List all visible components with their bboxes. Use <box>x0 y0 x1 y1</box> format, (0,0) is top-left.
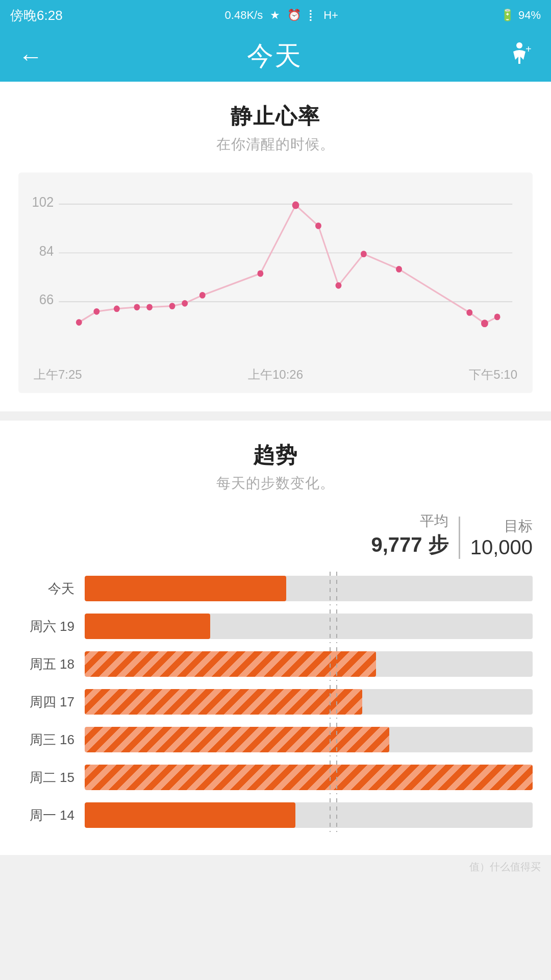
bar-row[interactable]: 周六 19 <box>18 612 533 641</box>
avg-value: 9,777 步 <box>371 531 448 559</box>
bar-chart: 今天周六 19周五 18周四 17周三 16周二 15周一 14 <box>18 574 533 829</box>
add-activity-button[interactable]: + <box>506 40 533 72</box>
bar-track <box>85 727 533 752</box>
chart-time-mid: 上午10:26 <box>248 366 303 383</box>
watermark: 值）什么值得买 <box>0 855 551 879</box>
target-label: 目标 <box>470 517 533 536</box>
svg-point-12 <box>146 304 153 310</box>
bar-track-wrapper <box>85 802 533 828</box>
svg-point-18 <box>315 223 321 229</box>
bar-row[interactable]: 今天 <box>18 574 533 603</box>
status-battery: 🔋 94% <box>500 9 541 22</box>
svg-point-16 <box>257 271 263 277</box>
avg-vline <box>330 761 331 794</box>
svg-point-10 <box>114 306 120 312</box>
svg-point-20 <box>361 251 367 257</box>
avg-vline <box>330 798 331 832</box>
bar-fill <box>85 614 210 639</box>
target-vline <box>336 798 337 832</box>
target-vline <box>336 685 337 719</box>
chart-time-start: 上午7:25 <box>34 366 82 383</box>
chart-time-end: 下午5:10 <box>469 366 517 383</box>
svg-point-11 <box>134 304 140 310</box>
bar-label: 周五 18 <box>18 655 85 673</box>
target-vline <box>336 761 337 794</box>
bar-track <box>85 651 533 677</box>
svg-text:66: 66 <box>39 292 54 308</box>
svg-point-15 <box>199 292 206 299</box>
svg-point-22 <box>466 309 472 316</box>
bar-chart-wrapper: 今天周六 19周五 18周四 17周三 16周二 15周一 14 <box>18 574 533 829</box>
trend-card: 趋势 每天的步数变化。 平均 9,777 步 目标 10,000 今天周六 19… <box>0 421 551 855</box>
bar-track <box>85 765 533 790</box>
svg-point-9 <box>93 308 99 315</box>
bar-track-wrapper <box>85 765 533 790</box>
bar-row[interactable]: 周二 15 <box>18 763 533 792</box>
trend-title: 趋势 <box>18 441 533 470</box>
main-content: 静止心率 在你清醒的时候。 102 84 66 <box>0 82 551 879</box>
svg-point-14 <box>182 300 188 307</box>
chart-time-labels: 上午7:25 上午10:26 下午5:10 <box>29 361 522 383</box>
bar-label: 周六 19 <box>18 618 85 635</box>
bar-track <box>85 614 533 639</box>
svg-point-0 <box>516 42 522 48</box>
target-vline <box>336 609 337 643</box>
battery-icon: 🔋 <box>500 9 514 22</box>
bar-row[interactable]: 周四 17 <box>18 688 533 716</box>
svg-point-17 <box>292 202 299 209</box>
avg-vline <box>330 609 331 643</box>
svg-point-8 <box>76 319 82 326</box>
svg-point-23 <box>481 320 488 327</box>
bar-label: 周二 15 <box>18 769 85 787</box>
svg-point-19 <box>336 282 342 289</box>
bar-fill <box>85 727 389 752</box>
heart-rate-chart: 102 84 66 <box>18 173 533 393</box>
svg-point-21 <box>396 266 402 273</box>
bar-row[interactable]: 周三 16 <box>18 725 533 754</box>
bar-track <box>85 576 533 601</box>
svg-text:84: 84 <box>39 243 54 259</box>
bar-track-wrapper <box>85 727 533 752</box>
status-time: 傍晚6:28 <box>10 7 63 24</box>
bar-track-wrapper <box>85 689 533 715</box>
heart-rate-svg: 102 84 66 <box>29 188 522 361</box>
avg-label: 平均 <box>371 511 448 531</box>
bluetooth-icon: ★ <box>270 9 280 22</box>
bar-label: 周一 14 <box>18 806 85 824</box>
alarm-icon: ⏰ <box>287 9 301 22</box>
svg-text:+: + <box>525 43 532 55</box>
header: ← 今天 + <box>0 31 551 82</box>
bar-track-wrapper <box>85 576 533 601</box>
status-network: 0.48K/s ★ ⏰ ⡇ H+ <box>225 9 338 22</box>
avg-vline <box>330 685 331 719</box>
target-vline <box>336 572 337 605</box>
avg-vline <box>330 647 331 681</box>
bar-fill <box>85 651 376 677</box>
target-vline <box>336 647 337 681</box>
bar-fill <box>85 689 362 715</box>
svg-text:102: 102 <box>32 194 54 210</box>
heart-rate-card: 静止心率 在你清醒的时候。 102 84 66 <box>0 82 551 411</box>
target-vline <box>336 723 337 756</box>
bar-fill <box>85 576 286 601</box>
trend-subtitle: 每天的步数变化。 <box>18 474 533 493</box>
signal-icon: ⡇ <box>308 9 316 22</box>
avg-vline <box>330 572 331 605</box>
bar-fill <box>85 765 533 790</box>
back-button[interactable]: ← <box>18 42 43 70</box>
svg-point-24 <box>494 314 500 321</box>
target-value: 10,000 <box>470 536 533 559</box>
bar-label: 今天 <box>18 580 85 598</box>
bar-track-wrapper <box>85 614 533 639</box>
heart-rate-subtitle: 在你清醒的时候。 <box>18 135 533 154</box>
bar-row[interactable]: 周五 18 <box>18 650 533 678</box>
bar-track <box>85 689 533 715</box>
bar-label: 周三 16 <box>18 731 85 749</box>
svg-point-13 <box>169 303 176 309</box>
bar-fill <box>85 802 295 828</box>
status-bar: 傍晚6:28 0.48K/s ★ ⏰ ⡇ H+ 🔋 94% <box>0 0 551 31</box>
page-title: 今天 <box>247 38 302 74</box>
avg-vline <box>330 723 331 756</box>
bar-row[interactable]: 周一 14 <box>18 801 533 829</box>
bar-track <box>85 802 533 828</box>
